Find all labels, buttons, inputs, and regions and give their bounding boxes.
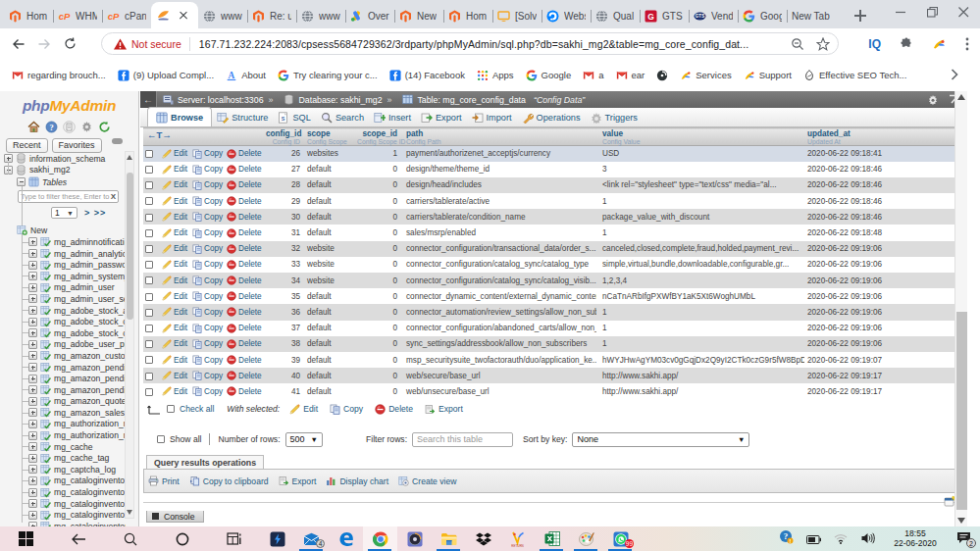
row-copy-link[interactable]: Copy xyxy=(192,196,223,206)
show-all-label[interactable]: Show all xyxy=(170,434,201,444)
bookmark-item[interactable]: Services xyxy=(676,68,735,83)
tree-item-mg-amazon-pending[interactable]: mg_amazon_pending_ xyxy=(0,373,126,384)
row-checkbox[interactable] xyxy=(145,166,153,174)
browser-tab[interactable]: cP cPan xyxy=(102,3,151,28)
browser-tab[interactable]: www xyxy=(296,3,345,28)
row-checkbox[interactable] xyxy=(145,181,153,189)
bookmark-item[interactable]: Effective SEO Tech... xyxy=(799,68,910,83)
row-checkbox[interactable] xyxy=(145,245,153,253)
row-delete-link[interactable]: Delete xyxy=(227,149,262,159)
zoom-icon[interactable] xyxy=(791,37,804,51)
tree-item-mg-admin-user-sess[interactable]: mg_admin_user_sess xyxy=(0,293,126,305)
row-copy-link[interactable]: Copy xyxy=(192,244,223,254)
menu-tab[interactable]: S SQL xyxy=(273,108,315,126)
row-checkbox[interactable] xyxy=(145,373,153,380)
extensions-puzzle-icon[interactable] xyxy=(900,37,913,51)
row-checkbox[interactable] xyxy=(145,340,153,348)
bookmark-item[interactable]: Apps xyxy=(473,68,518,83)
tree-item-mg-authorization-role[interactable]: mg_authorization_role xyxy=(0,419,126,430)
minimize-button[interactable] xyxy=(886,0,917,25)
check-all-checkbox[interactable] xyxy=(167,405,175,413)
restore-button[interactable] xyxy=(917,0,949,25)
expand-icon[interactable] xyxy=(28,454,37,463)
nav-scroll-up-arrow[interactable] xyxy=(126,153,133,162)
browser-tab[interactable]: cP WHM xyxy=(53,3,102,28)
main-scroll-thumb[interactable] xyxy=(956,312,967,510)
tree-page-next-links[interactable]: > >> xyxy=(84,208,106,218)
selected-export-link[interactable]: Export xyxy=(425,404,463,415)
row-delete-link[interactable]: Delete xyxy=(227,371,262,380)
expand-icon[interactable] xyxy=(28,272,37,280)
expand-icon[interactable] xyxy=(28,465,37,474)
row-edit-link[interactable]: Edit xyxy=(162,386,188,396)
close-window-button[interactable] xyxy=(949,0,980,25)
col-header-value[interactable]: valueConfig Value xyxy=(596,128,804,146)
row-copy-link[interactable]: Copy xyxy=(192,291,223,301)
expand-icon[interactable] xyxy=(28,306,37,315)
row-edit-link[interactable]: Edit xyxy=(162,196,188,206)
row-edit-link[interactable]: Edit xyxy=(162,244,188,254)
row-copy-link[interactable]: Copy xyxy=(192,212,223,222)
tree-item-mg-adobe-user-profil[interactable]: mg_adobe_user_profil xyxy=(0,339,126,351)
row-delete-link[interactable]: Delete xyxy=(227,180,262,190)
selected-delete-link[interactable]: Delete xyxy=(375,404,413,415)
collapse-navigation-button[interactable]: ← xyxy=(140,91,157,108)
bookmark-item[interactable]: ear xyxy=(612,68,649,83)
expand-icon[interactable] xyxy=(28,261,37,270)
row-edit-link[interactable]: Edit xyxy=(162,260,188,270)
row-checkbox[interactable] xyxy=(145,388,153,396)
nav-scroll-thumb[interactable] xyxy=(127,173,133,320)
copy-to-clipboard-link[interactable]: Copy to clipboard xyxy=(189,476,269,486)
bookmark-star-icon[interactable] xyxy=(816,37,830,51)
row-delete-link[interactable]: Delete xyxy=(227,212,262,222)
row-edit-link[interactable]: Edit xyxy=(162,339,188,349)
wifi-tray-button[interactable] xyxy=(827,526,854,551)
expand-icon[interactable] xyxy=(28,340,37,349)
col-header-updated-at[interactable]: updated_atUpdated At xyxy=(804,128,966,146)
row-delete-link[interactable]: Delete xyxy=(227,386,262,396)
menu-tab[interactable]: Export xyxy=(416,108,467,126)
app-mail[interactable]: 4 xyxy=(294,526,329,551)
tree-item-mg-cataloginventory[interactable]: mg_cataloginventory_ xyxy=(0,498,126,510)
menu-tab[interactable]: Search xyxy=(316,108,369,126)
browser-tab[interactable]: [Solv xyxy=(492,3,542,28)
row-checkbox[interactable] xyxy=(145,197,153,205)
url-text[interactable]: 167.71.232.224:2083/cpsess5684729362/3rd… xyxy=(199,38,791,50)
tree-filter-clear[interactable]: X xyxy=(111,192,116,201)
action-center-button[interactable]: 2 xyxy=(947,526,980,551)
tree-page-select[interactable]: 1▼ xyxy=(51,207,77,219)
row-delete-link[interactable]: Delete xyxy=(227,260,262,270)
row-copy-link[interactable]: Copy xyxy=(192,260,223,270)
app-file-explorer[interactable] xyxy=(432,526,466,551)
row-copy-link[interactable]: Copy xyxy=(192,386,223,396)
bookmarks-overflow-chevron-icon[interactable] xyxy=(951,69,958,80)
expand-icon[interactable] xyxy=(28,431,37,440)
row-checkbox[interactable] xyxy=(145,356,153,364)
address-bar[interactable]: Not secure 167.71.232.224:2083/cpsess568… xyxy=(101,32,839,55)
page-settings-gear-icon[interactable] xyxy=(927,94,939,106)
app-lightning[interactable] xyxy=(260,526,294,551)
browser-tab[interactable]: Qual xyxy=(591,3,640,28)
col-header-scope-id[interactable]: scope_idConfig Scope ID xyxy=(355,128,399,146)
row-copy-link[interactable]: Copy xyxy=(192,228,223,238)
row-edit-link[interactable]: Edit xyxy=(162,165,188,175)
row-delete-link[interactable]: Delete xyxy=(227,324,262,333)
nav-scroll-down-arrow[interactable] xyxy=(126,508,133,517)
browser-tab[interactable]: Re: u xyxy=(247,3,296,28)
tree-item-mg-amazon-pending[interactable]: mg_amazon_pending_ xyxy=(0,384,126,396)
app-dropbox[interactable] xyxy=(466,526,500,551)
expand-icon[interactable] xyxy=(28,249,37,258)
display-chart-link[interactable]: Display chart xyxy=(326,476,388,486)
browser-tab[interactable] xyxy=(151,2,198,28)
row-edit-link[interactable]: Edit xyxy=(162,276,188,285)
nav-resize-handle[interactable] xyxy=(112,138,123,144)
menu-tab[interactable]: Operations xyxy=(517,108,586,126)
expand-icon[interactable] xyxy=(28,442,37,451)
expand-icon[interactable] xyxy=(28,237,37,246)
row-delete-link[interactable]: Delete xyxy=(227,244,262,254)
breadcrumb-database[interactable]: Database: sakhi_mg2 xyxy=(284,94,382,105)
tree-item-mg-cache-tag[interactable]: mg_cache_tag xyxy=(0,452,126,464)
task-view-button[interactable] xyxy=(208,526,260,551)
row-checkbox[interactable] xyxy=(145,261,153,269)
browser-tab[interactable]: Hom xyxy=(443,3,492,28)
